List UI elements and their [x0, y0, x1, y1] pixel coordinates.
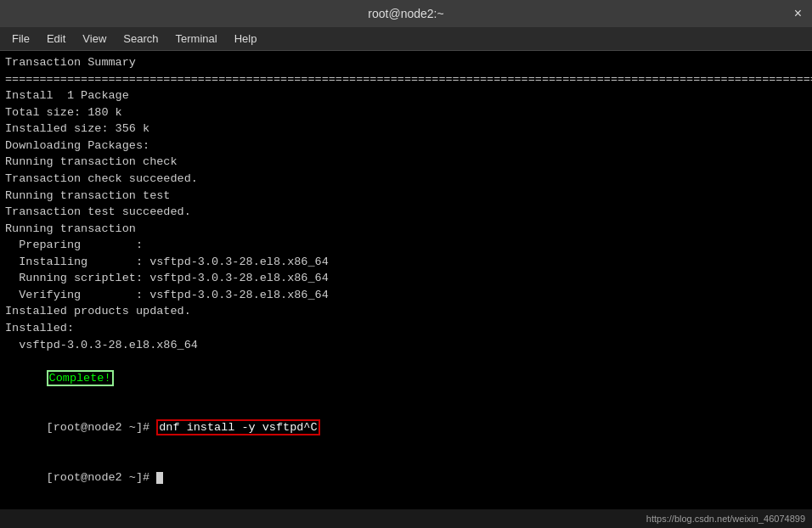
menu-terminal[interactable]: Terminal [167, 31, 226, 47]
terminal-line: Verifying : vsftpd-3.0.3-28.el8.x86_64 1… [5, 287, 807, 304]
complete-line: Complete! [5, 353, 807, 403]
terminal-line: vsftpd-3.0.3-28.el8.x86_64 [5, 337, 807, 354]
bottom-bar: https://blog.csdn.net/weixin_46074899 [0, 509, 812, 528]
bottom-link: https://blog.csdn.net/weixin_46074899 [646, 514, 805, 524]
menu-bar: File Edit View Search Terminal Help [0, 27, 812, 51]
terminal-line: Running scriptlet: vsftpd-3.0.3-28.el8.x… [5, 270, 807, 287]
menu-file[interactable]: File [3, 31, 38, 47]
terminal-line: Transaction check succeeded. [5, 171, 807, 188]
close-button[interactable]: × [794, 6, 802, 21]
terminal-separator: ========================================… [5, 71, 807, 88]
menu-edit[interactable]: Edit [38, 31, 74, 47]
terminal-line: Downloading Packages: [5, 138, 807, 154]
command-line-2: [root@node2 ~]# [5, 453, 807, 503]
terminal-line: Running transaction check [5, 154, 807, 171]
command-line-1: [root@node2 ~]# dnf install -y vsftpd^C [5, 403, 807, 453]
menu-search[interactable]: Search [115, 31, 166, 47]
prompt-1: [root@node2 ~]# [47, 421, 157, 434]
terminal-line: Running transaction test [5, 188, 807, 205]
window-title: root@node2:~ [368, 7, 443, 20]
terminal-output[interactable]: Transaction Summary ====================… [0, 51, 812, 509]
terminal-line: Preparing : 1/1 [5, 237, 807, 254]
terminal-line: Installed products updated. [5, 303, 807, 320]
title-bar: root@node2:~ × [0, 0, 812, 27]
terminal-line: Transaction test succeeded. [5, 204, 807, 221]
terminal-line: Total size: 180 k [5, 104, 807, 121]
terminal-window: root@node2:~ × File Edit View Search Ter… [0, 0, 812, 528]
terminal-line: Install 1 Package [5, 87, 807, 104]
command-highlight: dnf install -y vsftpd^C [156, 419, 319, 435]
terminal-line: Installing : vsftpd-3.0.3-28.el8.x86_64 … [5, 254, 807, 271]
terminal-cursor [156, 472, 163, 484]
complete-badge: Complete! [47, 370, 114, 386]
menu-view[interactable]: View [74, 31, 115, 47]
terminal-line: Running transaction [5, 221, 807, 238]
prompt-2: [root@node2 ~]# [47, 471, 157, 484]
terminal-line: Transaction Summary [5, 54, 807, 71]
terminal-line: Installed size: 356 k [5, 121, 807, 138]
menu-help[interactable]: Help [226, 31, 266, 47]
terminal-line: Installed: [5, 320, 807, 337]
